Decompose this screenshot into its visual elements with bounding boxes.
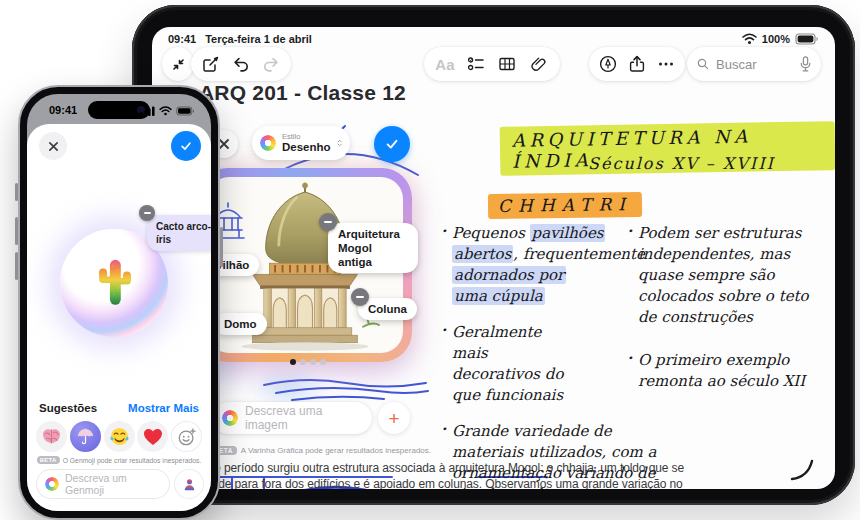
notes-column-right: Podem ser estruturas independentes, mas … xyxy=(638,223,823,407)
close-icon xyxy=(48,141,59,152)
chevron-up-down-icon xyxy=(337,136,342,150)
iphone-status-icons xyxy=(140,106,195,116)
image-playground-icon xyxy=(222,410,238,426)
describe-genmoji-placeholder: Descreva um Genmoji xyxy=(65,472,161,496)
wifi-icon xyxy=(742,33,757,45)
style-value: Desenho xyxy=(282,142,331,154)
note-bullet: Geralmente mais decorativos do que funci… xyxy=(452,322,577,406)
laughing-emoji-button[interactable] xyxy=(104,421,135,452)
paperclip-icon[interactable] xyxy=(529,54,549,74)
remove-tag-column-button[interactable] xyxy=(351,288,369,306)
brain-emoji-icon xyxy=(41,428,62,445)
battery-percent: 100% xyxy=(762,33,790,45)
beta-text: O Genmoji pode criar resultados inespera… xyxy=(63,457,202,464)
handwritten-section-title: CHHATRI xyxy=(488,193,642,218)
action-button xyxy=(15,183,18,201)
checklist-icon[interactable] xyxy=(466,54,486,74)
heart-emoji-icon xyxy=(143,428,163,446)
style-label: Estilo xyxy=(282,133,331,141)
remove-genmoji-tag-button[interactable] xyxy=(139,205,155,221)
image-playground-icon xyxy=(260,135,276,151)
collapse-arrows-icon xyxy=(168,54,188,74)
pager-dot xyxy=(320,359,326,365)
handwritten-subheading: Séculos XV – XVIII xyxy=(588,154,775,173)
stage: 09:41 Terça-feira 1 de abril 100% xyxy=(0,0,860,520)
person-genmoji-button[interactable] xyxy=(175,470,203,498)
ipad-screen: 09:41 Terça-feira 1 de abril 100% xyxy=(152,27,835,489)
more-ellipsis-icon[interactable] xyxy=(656,54,676,74)
power-button xyxy=(220,227,223,267)
compose-icon[interactable] xyxy=(201,54,221,74)
battery-icon xyxy=(176,106,195,116)
ipad-statusbar: 09:41 Terça-feira 1 de abril xyxy=(168,33,312,45)
brain-emoji-button[interactable] xyxy=(36,421,67,452)
show-more-link[interactable]: Mostrar Mais xyxy=(128,402,199,414)
ipad-status-right: 100% xyxy=(742,33,819,45)
tools-group xyxy=(589,47,685,81)
minus-icon xyxy=(324,221,332,223)
corner-pen-stroke xyxy=(788,455,820,483)
genmoji-close-button[interactable] xyxy=(39,132,67,160)
wifi-icon xyxy=(159,106,172,116)
rainbow-cactus-genmoji xyxy=(93,254,137,312)
image-wand-beta-note: BETA A Varinha Gráfica pode gerar result… xyxy=(210,446,431,455)
tag-architecture[interactable]: Arquitetura Mogol antiga xyxy=(328,223,418,273)
note-title: ARQ 201 - Classe 12 xyxy=(199,81,406,105)
format-group: Aa xyxy=(424,47,560,81)
dictation-mic-icon[interactable] xyxy=(799,56,812,72)
volume-down-button xyxy=(15,252,18,280)
heart-emoji-button[interactable] xyxy=(137,421,168,452)
genmoji-beta-note: BETA O Genmoji pode criar resultados ine… xyxy=(27,456,211,464)
plus-icon: + xyxy=(388,409,399,428)
add-emoji-icon xyxy=(177,427,197,447)
umbrella-genmoji-icon xyxy=(76,427,95,446)
image-pager-dots[interactable] xyxy=(290,359,326,365)
search-icon xyxy=(696,57,710,71)
search-field[interactable]: Buscar xyxy=(687,47,821,81)
minus-icon xyxy=(356,296,364,298)
search-placeholder: Buscar xyxy=(716,57,799,72)
iphone-screen: 09:41 xyxy=(27,94,211,511)
note-bullet: Podem ser estruturas independentes, mas … xyxy=(638,223,816,328)
pager-dot xyxy=(300,359,306,365)
suggestions-label: Sugestões xyxy=(39,402,97,414)
undo-icon[interactable] xyxy=(231,54,251,74)
genmoji-tag[interactable]: Cacto arco-íris xyxy=(147,215,211,251)
describe-image-input[interactable]: Descreva uma imagem xyxy=(212,402,372,434)
create-emoji-button[interactable] xyxy=(171,421,202,452)
style-picker[interactable]: Estilo Desenho xyxy=(252,126,350,160)
volume-up-button xyxy=(15,217,18,245)
note-bullet: O primeiro exemplo remonta ao século XII xyxy=(638,350,823,392)
ipad-clock: 09:41 xyxy=(168,33,196,45)
table-icon[interactable] xyxy=(497,54,517,74)
collapse-toolbar-button[interactable] xyxy=(162,47,194,81)
markup-pen-icon[interactable] xyxy=(598,54,618,74)
pager-dot xyxy=(290,359,296,365)
suggestions-header: Sugestões Mostrar Mais xyxy=(27,402,211,414)
laughing-emoji-icon xyxy=(109,426,130,447)
edit-group xyxy=(191,47,291,81)
beta-text: A Varinha Gráfica pode gerar resultados … xyxy=(241,446,431,455)
tag-dome[interactable]: Domo xyxy=(214,313,267,335)
minus-icon xyxy=(144,212,151,214)
redo-icon[interactable] xyxy=(261,54,281,74)
image-wand-confirm-button[interactable] xyxy=(374,126,410,162)
genmoji-confirm-button[interactable] xyxy=(171,131,201,161)
battery-icon xyxy=(795,33,819,45)
remove-tag-architecture-button[interactable] xyxy=(319,213,337,231)
ipad-device: 09:41 Terça-feira 1 de abril 100% xyxy=(132,5,855,505)
text-format-button[interactable]: Aa xyxy=(435,56,454,73)
iphone-clock: 09:41 xyxy=(49,104,77,116)
umbrella-genmoji-button[interactable] xyxy=(70,421,101,452)
describe-genmoji-input[interactable]: Descreva um Genmoji xyxy=(37,470,169,498)
emoji-suggestions-row xyxy=(27,421,211,452)
person-icon xyxy=(182,477,197,492)
image-playground-icon xyxy=(45,477,59,491)
checkmark-icon xyxy=(179,139,193,153)
describe-image-placeholder: Descreva uma imagem xyxy=(245,404,362,432)
share-icon[interactable] xyxy=(627,54,647,74)
checkmark-icon xyxy=(384,136,400,152)
add-suggestion-button[interactable]: + xyxy=(378,402,410,434)
cellular-signal-icon xyxy=(140,106,155,116)
ipad-date: Terça-feira 1 de abril xyxy=(205,33,312,45)
